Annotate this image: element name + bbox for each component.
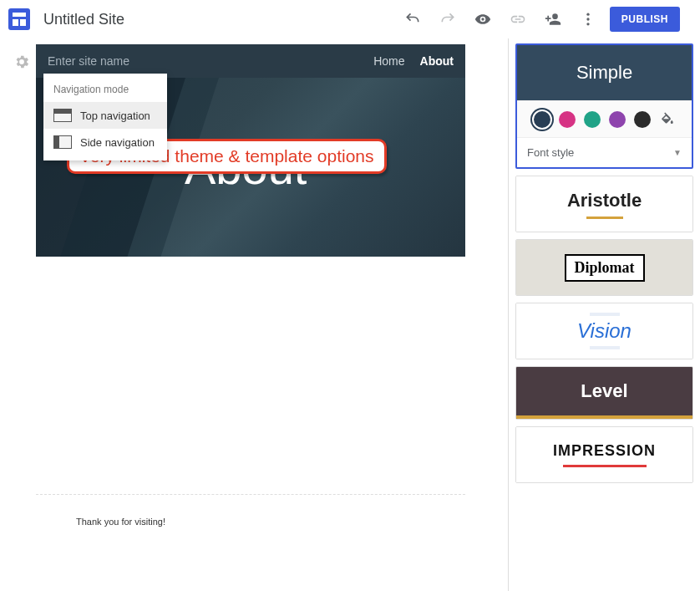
theme-title: Diplomat	[565, 254, 645, 282]
font-style-label: Font style	[527, 146, 574, 159]
font-style-dropdown[interactable]: Font style ▼	[517, 137, 692, 167]
paint-bucket-icon[interactable]	[659, 111, 676, 128]
svg-point-0	[586, 13, 589, 16]
more-icon[interactable]	[580, 11, 596, 28]
document-title[interactable]: Untitled Site	[43, 11, 124, 28]
swatch-3[interactable]	[584, 111, 601, 128]
nav-about[interactable]: About	[420, 54, 454, 68]
top-nav-icon	[53, 109, 72, 122]
site-header-bar[interactable]: Enter site name Home About	[36, 44, 465, 78]
popup-title: Navigation mode	[43, 79, 167, 102]
theme-title: Simple	[517, 45, 692, 100]
app-toolbar: Untitled Site PUBLISH	[0, 0, 700, 38]
preview-icon[interactable]	[474, 11, 491, 28]
nav-mode-top[interactable]: Top navigation	[43, 102, 167, 129]
add-person-icon[interactable]	[545, 11, 561, 28]
gear-icon[interactable]	[13, 53, 30, 74]
link-icon	[510, 11, 526, 28]
theme-title: Aristotle	[567, 190, 642, 211]
sites-logo-icon[interactable]	[8, 8, 30, 30]
color-swatch-row	[517, 100, 692, 137]
right-panel: INSERT PAGES THEMES Simple Font style ▼ …	[508, 0, 700, 591]
site-name-input[interactable]: Enter site name	[48, 54, 129, 68]
swatch-5[interactable]	[634, 111, 651, 128]
svg-point-1	[586, 18, 589, 20]
theme-vision[interactable]: Vision	[515, 303, 693, 359]
nav-home[interactable]: Home	[373, 54, 404, 68]
footer-text[interactable]: Thank you for visiting!	[36, 495, 465, 548]
nav-mode-side-label: Side navigation	[80, 136, 155, 149]
redo-icon	[439, 11, 456, 28]
side-nav-icon	[53, 135, 72, 149]
theme-impression[interactable]: IMPRESSION	[515, 426, 693, 483]
nav-mode-side[interactable]: Side navigation	[43, 129, 167, 155]
svg-point-2	[586, 23, 589, 25]
theme-aristotle[interactable]: Aristotle	[515, 176, 693, 232]
chevron-down-icon: ▼	[673, 148, 682, 157]
swatch-2[interactable]	[559, 111, 576, 128]
theme-title: Vision	[577, 319, 632, 343]
theme-title: IMPRESSION	[553, 442, 656, 460]
publish-button[interactable]: PUBLISH	[610, 7, 680, 32]
navigation-mode-popup: Navigation mode Top navigation Side navi…	[43, 74, 167, 160]
swatch-1[interactable]	[534, 111, 550, 128]
theme-level[interactable]: Level	[515, 366, 693, 420]
theme-title: Level	[516, 367, 692, 419]
undo-icon[interactable]	[404, 11, 421, 28]
swatch-4[interactable]	[609, 111, 626, 128]
nav-mode-top-label: Top navigation	[80, 110, 150, 122]
theme-simple[interactable]: Simple Font style ▼	[515, 43, 693, 169]
page-body-section[interactable]	[36, 257, 465, 495]
theme-diplomat[interactable]: Diplomat	[515, 239, 693, 296]
